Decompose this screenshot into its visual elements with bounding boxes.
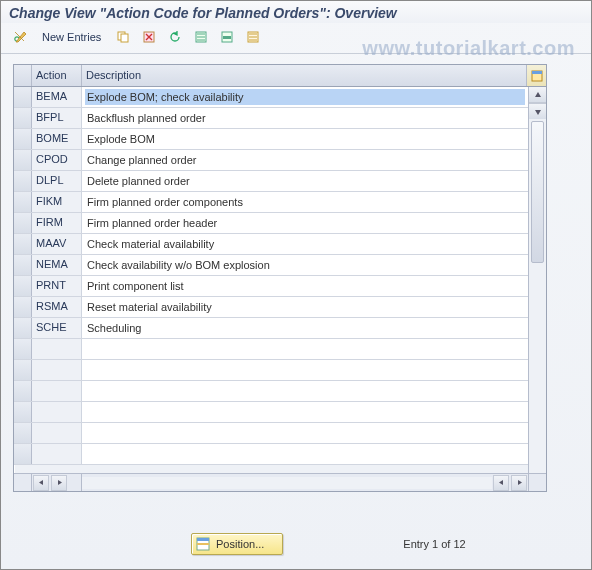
cell-description [82, 108, 528, 128]
delete-icon [142, 30, 156, 44]
description-input[interactable] [85, 194, 525, 210]
description-input[interactable] [85, 404, 525, 420]
triangle-right-icon [56, 479, 63, 486]
new-entries-label: New Entries [42, 31, 101, 43]
cell-description [82, 276, 528, 296]
hscroll-left-desc[interactable] [493, 475, 509, 491]
cell-action: MAAV [32, 234, 82, 254]
description-input[interactable] [85, 320, 525, 336]
table-row [14, 381, 528, 402]
description-input[interactable] [85, 446, 525, 462]
position-label: Position... [216, 538, 264, 550]
table-row: RSMA [14, 297, 528, 318]
row-selector[interactable] [14, 87, 32, 107]
description-input[interactable] [85, 131, 525, 147]
row-selector[interactable] [14, 402, 32, 422]
table-settings-button[interactable] [526, 65, 546, 86]
cell-action: BFPL [32, 108, 82, 128]
toggle-display-change-button[interactable] [9, 27, 31, 47]
description-input[interactable] [85, 236, 525, 252]
svg-rect-11 [197, 538, 209, 541]
table-row: FIRM [14, 213, 528, 234]
description-input[interactable] [85, 215, 525, 231]
cell-description [82, 339, 528, 359]
description-input[interactable] [85, 425, 525, 441]
row-selector[interactable] [14, 108, 32, 128]
triangle-left-icon [498, 479, 505, 486]
cell-action: BEMA [32, 87, 82, 107]
description-input[interactable] [85, 299, 525, 315]
scroll-up-button[interactable] [529, 87, 546, 103]
new-entries-button[interactable]: New Entries [35, 27, 108, 47]
table-row: BEMA [14, 87, 528, 108]
select-all-header[interactable] [14, 65, 32, 86]
scroll-track[interactable] [529, 119, 546, 473]
cell-action: DLPL [32, 171, 82, 191]
cell-description [82, 444, 528, 464]
select-block-button[interactable] [216, 27, 238, 47]
position-icon [196, 537, 210, 551]
row-selector[interactable] [14, 171, 32, 191]
vertical-scrollbar[interactable] [528, 87, 546, 473]
row-selector[interactable] [14, 318, 32, 338]
row-selector[interactable] [14, 381, 32, 401]
position-button[interactable]: Position... [191, 533, 283, 555]
table-row [14, 360, 528, 381]
description-input[interactable] [85, 89, 525, 105]
description-input[interactable] [85, 257, 525, 273]
row-selector[interactable] [14, 234, 32, 254]
hscroll-left-action[interactable] [33, 475, 49, 491]
description-input[interactable] [85, 383, 525, 399]
toolbar: New Entries [1, 23, 591, 54]
row-selector[interactable] [14, 276, 32, 296]
undo-button[interactable] [164, 27, 186, 47]
scroll-down-button[interactable] [529, 103, 546, 119]
svg-rect-9 [532, 71, 542, 74]
column-header-description[interactable]: Description [82, 65, 526, 86]
row-selector[interactable] [14, 129, 32, 149]
select-block-icon [220, 30, 234, 44]
description-input[interactable] [85, 152, 525, 168]
svg-rect-12 [197, 543, 209, 545]
cell-action [32, 423, 82, 443]
scroll-thumb[interactable] [531, 121, 544, 263]
glasses-pencil-icon [13, 30, 27, 44]
copy-button[interactable] [112, 27, 134, 47]
row-selector[interactable] [14, 423, 32, 443]
hscroll-spacer [14, 474, 32, 491]
row-selector[interactable] [14, 213, 32, 233]
horizontal-scrollbar[interactable] [14, 473, 546, 491]
select-all-button[interactable] [190, 27, 212, 47]
description-input[interactable] [85, 362, 525, 378]
row-selector[interactable] [14, 255, 32, 275]
hscroll-right-desc[interactable] [511, 475, 527, 491]
column-header-action[interactable]: Action [32, 65, 82, 86]
row-selector[interactable] [14, 444, 32, 464]
row-selector[interactable] [14, 150, 32, 170]
deselect-all-button[interactable] [242, 27, 264, 47]
hscroll-right-action[interactable] [51, 475, 67, 491]
table-row [14, 402, 528, 423]
cell-description [82, 150, 528, 170]
cell-description [82, 423, 528, 443]
description-input[interactable] [85, 110, 525, 126]
cell-action: CPOD [32, 150, 82, 170]
description-input[interactable] [85, 278, 525, 294]
triangle-left-icon [38, 479, 45, 486]
row-selector[interactable] [14, 297, 32, 317]
sap-window: Change View "Action Code for Planned Ord… [0, 0, 592, 570]
row-selector[interactable] [14, 339, 32, 359]
table-row [14, 444, 528, 465]
delete-button[interactable] [138, 27, 160, 47]
svg-rect-2 [121, 34, 128, 42]
description-input[interactable] [85, 173, 525, 189]
undo-icon [168, 30, 182, 44]
hscroll-track[interactable] [82, 477, 492, 489]
cell-action: PRNT [32, 276, 82, 296]
cell-action: RSMA [32, 297, 82, 317]
row-selector[interactable] [14, 192, 32, 212]
row-selector[interactable] [14, 360, 32, 380]
description-input[interactable] [85, 341, 525, 357]
cell-action: FIKM [32, 192, 82, 212]
table-control: Action Description BEMABFPLBOMECPODDLPLF… [13, 64, 547, 492]
